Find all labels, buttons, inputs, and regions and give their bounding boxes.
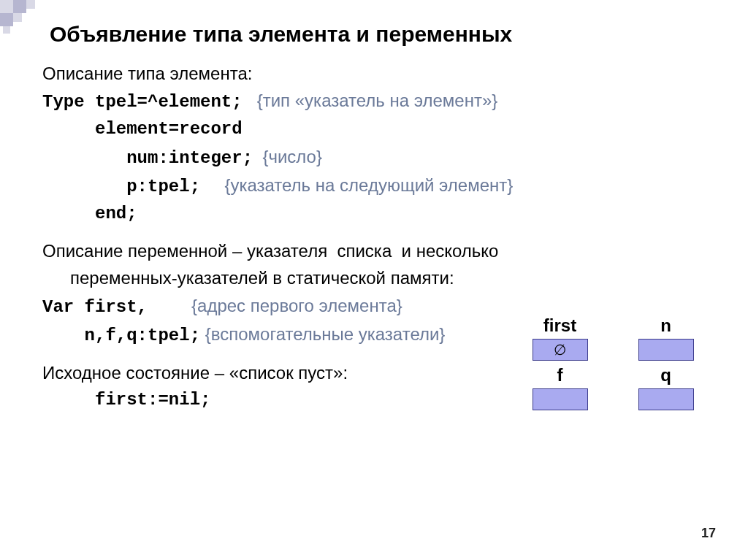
code-text: Var first, <box>42 297 148 317</box>
page-number: 17 <box>701 526 716 541</box>
code-text: num:integer; <box>42 148 253 168</box>
memory-diagram: first n ∅ f q <box>507 315 719 415</box>
code-text: p:tpel; <box>42 177 200 196</box>
code-line-1: Type tpel=^element; {тип «указатель на э… <box>42 87 711 115</box>
var-description-line1: Описание переменной – указателя списка и… <box>42 237 711 264</box>
code-line-3: num:integer; {число} <box>42 143 711 172</box>
var-box-q <box>638 388 694 410</box>
var-description-line2: переменных-указателей в статической памя… <box>42 264 711 291</box>
type-description-label: Описание типа элемента: <box>42 60 711 87</box>
code-comment: {число} <box>262 147 322 166</box>
var-label-n: n <box>622 315 710 336</box>
var-label-f: f <box>516 365 604 386</box>
nil-symbol: ∅ <box>554 341 566 358</box>
code-text: n,f,q:tpel; <box>42 326 200 345</box>
var-box-first: ∅ <box>533 339 588 361</box>
var-box-n <box>638 339 694 361</box>
code-comment: {вспомогательные указатели} <box>205 324 446 344</box>
code-comment: {тип «указатель на элемент»} <box>257 91 498 110</box>
code-text: Type tpel=^element; <box>42 92 243 112</box>
code-line-2: element=record <box>42 115 711 142</box>
slide-content: Объявление типа элемента и переменных Оп… <box>0 0 748 560</box>
var-label-first: first <box>516 315 604 336</box>
var-label-q: q <box>622 365 710 386</box>
code-comment: {указатель на следующий элемент} <box>224 175 513 195</box>
var-box-f <box>533 388 588 410</box>
code-line-5: end; <box>42 200 711 227</box>
slide-title: Объявление типа элемента и переменных <box>50 22 711 47</box>
code-comment: {адрес первого элемента} <box>191 296 402 315</box>
code-line-4: p:tpel; {указатель на следующий элемент} <box>42 172 711 200</box>
